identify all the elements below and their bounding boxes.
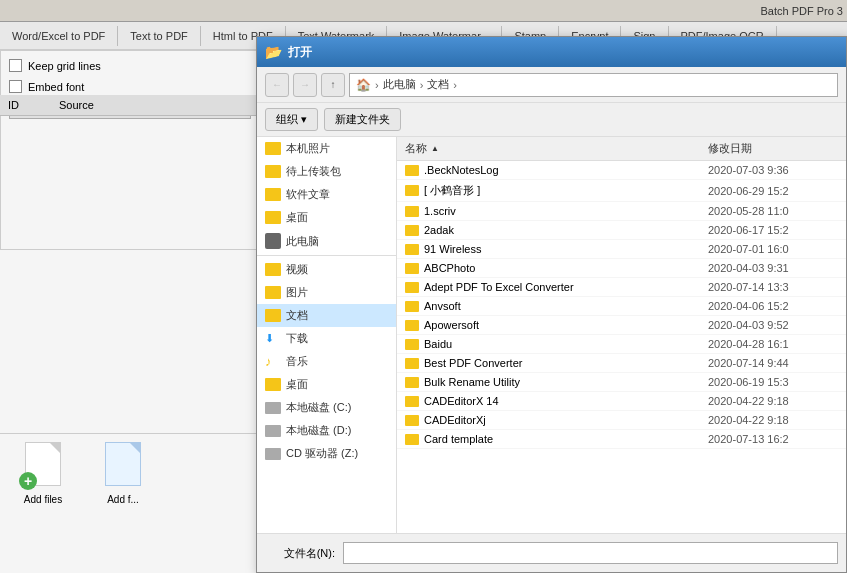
file-date: 2020-04-06 15:2 <box>708 300 838 312</box>
file-name: [ 小鹤音形 ] <box>424 183 703 198</box>
folder-row-icon <box>405 320 419 331</box>
sidebar-item-8[interactable]: ⬇下载 <box>257 327 396 350</box>
table-row[interactable]: Adept PDF To Excel Converter2020-07-14 1… <box>397 278 846 297</box>
sidebar-icon-6 <box>265 286 281 299</box>
embed-font-label: Embed font <box>28 81 84 93</box>
table-row[interactable]: Bulk Rename Utility2020-06-19 15:3 <box>397 373 846 392</box>
add-second-thumb: Add f... <box>88 442 158 565</box>
sidebar-item-7[interactable]: 文档 <box>257 304 396 327</box>
sidebar-icon-0 <box>265 142 281 155</box>
sidebar-label-13: CD 驱动器 (Z:) <box>286 446 358 461</box>
file-list-header: 名称 ▲ 修改日期 <box>397 137 846 161</box>
sidebar-item-9[interactable]: ♪音乐 <box>257 350 396 373</box>
file-name: .BeckNotesLog <box>424 164 703 176</box>
folder-row-icon <box>405 244 419 255</box>
sidebar-label-9: 音乐 <box>286 354 308 369</box>
col-source: Source <box>59 99 94 111</box>
sidebar-icon-5 <box>265 263 281 276</box>
table-row[interactable]: .BeckNotesLog2020-07-03 9:36 <box>397 161 846 180</box>
sidebar-label-8: 下载 <box>286 331 308 346</box>
sidebar-label-1: 待上传装包 <box>286 164 341 179</box>
organize-button[interactable]: 组织 ▾ <box>265 108 318 131</box>
folder-row-icon <box>405 282 419 293</box>
sidebar-icon-10 <box>265 378 281 391</box>
sidebar-item-1[interactable]: 待上传装包 <box>257 160 396 183</box>
sidebar-label-7: 文档 <box>286 308 308 323</box>
file-name: Apowersoft <box>424 319 703 331</box>
folder-row-icon <box>405 165 419 176</box>
file-date: 2020-06-17 15:2 <box>708 224 838 236</box>
table-row[interactable]: Anvsoft2020-04-06 15:2 <box>397 297 846 316</box>
app-title: Batch PDF Pro 3 <box>0 5 843 17</box>
file-date: 2020-05-28 11:0 <box>708 205 838 217</box>
table-row[interactable]: 2adak2020-06-17 15:2 <box>397 221 846 240</box>
file-date: 2020-07-01 16:0 <box>708 243 838 255</box>
sidebar-item-5[interactable]: 视频 <box>257 258 396 281</box>
tab-text-pdf[interactable]: Text to PDF <box>118 26 200 46</box>
dialog-title-icon: 📂 <box>265 44 282 60</box>
sidebar-icon-4 <box>265 233 281 249</box>
sidebar-item-3[interactable]: 桌面 <box>257 206 396 229</box>
table-row[interactable]: 91 Wireless2020-07-01 16:0 <box>397 240 846 259</box>
folder-row-icon <box>405 434 419 445</box>
back-button[interactable]: ← <box>265 73 289 97</box>
add-badge-icon: + <box>19 472 37 490</box>
col-id: ID <box>8 99 19 111</box>
sidebar-item-12[interactable]: 本地磁盘 (D:) <box>257 419 396 442</box>
file-name: Bulk Rename Utility <box>424 376 703 388</box>
sidebar-item-2[interactable]: 软件文章 <box>257 183 396 206</box>
file-date: 2020-04-03 9:52 <box>708 319 838 331</box>
file-name: CADEditorX 14 <box>424 395 703 407</box>
folder-row-icon <box>405 377 419 388</box>
second-page-icon <box>105 442 141 486</box>
table-row[interactable]: Card template2020-07-13 16:2 <box>397 430 846 449</box>
sidebar-icon-3 <box>265 211 281 224</box>
sidebar-icon-13 <box>265 448 281 460</box>
table-row[interactable]: Best PDF Converter2020-07-14 9:44 <box>397 354 846 373</box>
sidebar-item-11[interactable]: 本地磁盘 (C:) <box>257 396 396 419</box>
table-row[interactable]: Baidu2020-04-28 16:1 <box>397 335 846 354</box>
dialog-actions-bar: 组织 ▾ 新建文件夹 <box>257 103 846 137</box>
file-name: 1.scriv <box>424 205 703 217</box>
sidebar-icon-7 <box>265 309 281 322</box>
folder-row-icon <box>405 206 419 217</box>
file-date: 2020-04-28 16:1 <box>708 338 838 350</box>
sidebar-icon-8: ⬇ <box>265 332 281 345</box>
folder-row-icon <box>405 339 419 350</box>
table-row[interactable]: [ 小鹤音形 ]2020-06-29 15:2 <box>397 180 846 202</box>
sidebar-label-0: 本机照片 <box>286 141 330 156</box>
sidebar-icon-9: ♪ <box>265 354 281 369</box>
sidebar-icon-1 <box>265 165 281 178</box>
col-name-label: 名称 <box>405 141 427 156</box>
sidebar-item-10[interactable]: 桌面 <box>257 373 396 396</box>
new-folder-button[interactable]: 新建文件夹 <box>324 108 401 131</box>
forward-button[interactable]: → <box>293 73 317 97</box>
add-files-label: Add files <box>24 494 62 505</box>
table-row[interactable]: ABCPhoto2020-04-03 9:31 <box>397 259 846 278</box>
sidebar-item-0[interactable]: 本机照片 <box>257 137 396 160</box>
file-list[interactable]: .BeckNotesLog2020-07-03 9:36[ 小鹤音形 ]2020… <box>397 161 846 533</box>
filename-input[interactable] <box>343 542 838 564</box>
file-name: Card template <box>424 433 703 445</box>
table-row[interactable]: 1.scriv2020-05-28 11:0 <box>397 202 846 221</box>
file-name: 91 Wireless <box>424 243 703 255</box>
table-row[interactable]: Apowersoft2020-04-03 9:52 <box>397 316 846 335</box>
dialog-title: 打开 <box>288 44 312 61</box>
tab-word-excel[interactable]: Word/Excel to PDF <box>0 26 118 46</box>
sidebar-item-6[interactable]: 图片 <box>257 281 396 304</box>
keep-grid-lines-checkbox[interactable] <box>9 59 22 72</box>
up-button[interactable]: ↑ <box>321 73 345 97</box>
file-name: 2adak <box>424 224 703 236</box>
address-bar: 🏠 › 此电脑 › 文档 › <box>349 73 838 97</box>
file-date: 2020-07-14 9:44 <box>708 357 838 369</box>
app-titlebar: Batch PDF Pro 3 <box>0 0 847 22</box>
sidebar-item-13[interactable]: CD 驱动器 (Z:) <box>257 442 396 465</box>
add-files-thumb: + Add files <box>8 442 78 565</box>
embed-font-checkbox[interactable] <box>9 80 22 93</box>
address-home-icon: 🏠 <box>356 78 371 92</box>
table-row[interactable]: CADEditorX 142020-04-22 9:18 <box>397 392 846 411</box>
sidebar-item-4[interactable]: 此电脑 <box>257 229 396 253</box>
file-name: CADEditorXj <box>424 414 703 426</box>
dialog-content: 本机照片待上传装包软件文章桌面此电脑视频图片文档⬇下载♪音乐桌面本地磁盘 (C:… <box>257 137 846 533</box>
table-row[interactable]: CADEditorXj2020-04-22 9:18 <box>397 411 846 430</box>
